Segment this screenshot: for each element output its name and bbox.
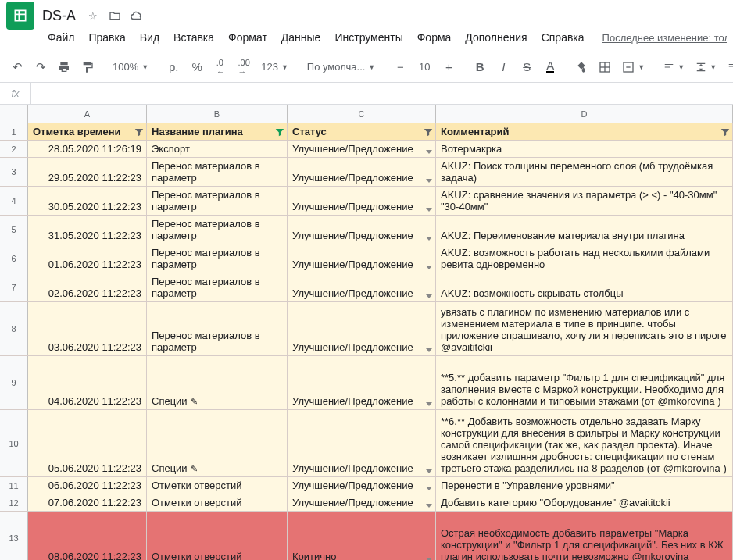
header-cell-timestamp[interactable]: Отметка времени (28, 123, 147, 140)
row-header[interactable]: 9 (0, 356, 28, 409)
cell-comment[interactable]: увязать с плагином по изменению материал… (436, 302, 733, 355)
cell-timestamp[interactable]: 01.06.2020 11:22:23 (28, 244, 147, 273)
row-header[interactable]: 2 (0, 141, 28, 157)
cell-comment[interactable]: **6.** Добавить возможность отдельно зад… (436, 410, 733, 476)
fx-icon[interactable]: fx (0, 83, 31, 104)
column-header-c[interactable]: C (288, 105, 436, 123)
move-to-folder-icon[interactable] (107, 8, 123, 23)
select-all-corner[interactable] (0, 105, 28, 123)
cell-timestamp[interactable]: 30.05.2020 11:22:23 (28, 187, 147, 215)
column-header-d[interactable]: D (436, 105, 733, 123)
cloud-status-icon[interactable] (129, 8, 145, 23)
bold-button[interactable]: B (469, 56, 491, 78)
format-currency-button[interactable]: р. (163, 56, 184, 78)
cell-comment[interactable]: Вотермакрка (436, 141, 733, 157)
star-icon[interactable]: ☆ (85, 8, 101, 23)
cell-timestamp[interactable]: 04.06.2020 11:22:23 (28, 356, 147, 409)
cell-comment[interactable]: Добавить категорию "Оборудование" @avait… (436, 494, 733, 511)
dropdown-arrow-icon[interactable] (426, 266, 432, 269)
cell-status[interactable]: Улучшение/Предложение (288, 141, 436, 157)
cell-status[interactable]: Улучшение/Предложение (288, 187, 436, 215)
increase-decimal-button[interactable]: .00→ (233, 56, 255, 78)
cell-plugin[interactable]: Перенос материалов в параметр (147, 273, 288, 301)
text-wrap-button[interactable]: ▼ (723, 56, 733, 78)
font-family-select[interactable]: По умолча...▼ (302, 56, 380, 78)
menu-help[interactable]: Справка (536, 28, 590, 47)
paint-format-button[interactable] (77, 56, 98, 78)
cell-plugin[interactable]: Отметки отверстий (147, 494, 288, 511)
cell-status[interactable]: Улучшение/Предложение (288, 216, 436, 244)
cell-status[interactable]: Улучшение/Предложение (288, 244, 436, 273)
menu-file[interactable]: Файл (42, 28, 80, 47)
row-header[interactable]: 7 (0, 273, 28, 301)
cell-comment[interactable]: AKUZ: возможность скрывать столбцы (436, 273, 733, 301)
cell-timestamp[interactable]: 29.05.2020 11:22:23 (28, 158, 147, 186)
dropdown-arrow-icon[interactable] (426, 487, 432, 490)
menu-form[interactable]: Форма (412, 28, 457, 47)
cell-status[interactable]: Улучшение/Предложение (288, 273, 436, 301)
cell-status[interactable]: Критично (288, 512, 436, 560)
row-header[interactable]: 1 (0, 123, 28, 140)
vertical-align-button[interactable]: ▼ (691, 56, 721, 78)
dropdown-arrow-icon[interactable] (426, 504, 432, 508)
row-header[interactable]: 3 (0, 158, 28, 186)
cell-status[interactable]: Улучшение/Предложение (288, 410, 436, 476)
format-percent-button[interactable]: % (186, 56, 208, 78)
formula-input[interactable] (31, 83, 733, 104)
print-button[interactable] (53, 56, 75, 78)
cell-timestamp[interactable]: 06.06.2020 11:22:23 (28, 477, 147, 494)
borders-button[interactable] (594, 56, 616, 78)
row-header[interactable]: 11 (0, 477, 28, 494)
font-size-increase-button[interactable]: + (438, 56, 459, 78)
cell-timestamp[interactable]: 03.06.2020 11:22:23 (28, 302, 147, 355)
font-size-decrease-button[interactable]: − (389, 56, 411, 78)
filter-icon[interactable] (134, 127, 145, 137)
redo-button[interactable]: ↷ (30, 56, 52, 78)
filter-icon[interactable] (274, 127, 285, 137)
italic-button[interactable]: I (492, 56, 514, 78)
sheets-app-icon[interactable] (6, 2, 34, 30)
dropdown-arrow-icon[interactable] (426, 150, 432, 154)
column-header-b[interactable]: B (147, 105, 288, 123)
filter-icon[interactable] (423, 127, 434, 137)
menu-addons[interactable]: Дополнения (459, 28, 532, 47)
cell-status[interactable]: Улучшение/Предложение (288, 356, 436, 409)
merge-cells-button[interactable]: ▼ (617, 56, 649, 78)
last-edit-link[interactable]: Последнее изменение: тол (602, 32, 727, 44)
cell-comment[interactable]: AKUZ: сравнение значения из параметра (>… (436, 187, 733, 215)
dropdown-arrow-icon[interactable] (426, 179, 432, 183)
cell-timestamp[interactable]: 02.06.2020 11:22:23 (28, 273, 147, 301)
cell-plugin[interactable]: Отметки отверстий (147, 512, 288, 560)
row-header[interactable]: 5 (0, 216, 28, 244)
row-header[interactable]: 12 (0, 494, 28, 511)
cell-timestamp[interactable]: 31.05.2020 11:22:23 (28, 216, 147, 244)
row-header[interactable]: 8 (0, 302, 28, 355)
menu-edit[interactable]: Правка (83, 28, 131, 47)
cell-timestamp[interactable]: 05.06.2020 11:22:23 (28, 410, 147, 476)
dropdown-arrow-icon[interactable] (426, 469, 432, 473)
cell-comment[interactable]: Перенести в "Управление уровнями" (436, 477, 733, 494)
number-format-select[interactable]: 123▼ (256, 56, 293, 78)
row-header[interactable]: 6 (0, 244, 28, 273)
cell-plugin[interactable]: Перенос материалов в параметр (147, 244, 288, 273)
cell-comment[interactable]: AKUZ: возможность работать над нескольки… (436, 244, 733, 273)
cell-comment[interactable]: AKUZ: Поиск толщины переменного слоя (мб… (436, 158, 733, 186)
strikethrough-button[interactable]: S (516, 56, 538, 78)
cell-timestamp[interactable]: 28.05.2020 11:26:19 (28, 141, 147, 157)
cell-comment[interactable]: Острая необходимость добавить параметры … (436, 512, 733, 560)
cell-plugin[interactable]: Специи (147, 410, 288, 476)
cell-plugin[interactable]: Специи (147, 356, 288, 409)
font-size-input[interactable]: 10 (413, 56, 436, 78)
menu-tools[interactable]: Инструменты (329, 28, 408, 47)
cell-comment[interactable]: AKUZ: Переименование материала внутри пл… (436, 216, 733, 244)
cell-timestamp[interactable]: 08.06.2020 11:22:23 (28, 512, 147, 560)
cell-status[interactable]: Улучшение/Предложение (288, 494, 436, 511)
cell-plugin[interactable]: Перенос материалов в параметр (147, 158, 288, 186)
column-header-a[interactable]: A (28, 105, 147, 123)
cell-plugin[interactable]: Перенос материалов в параметр (147, 302, 288, 355)
cell-plugin[interactable]: Отметки отверстий (147, 477, 288, 494)
row-header[interactable]: 10 (0, 410, 28, 476)
dropdown-arrow-icon[interactable] (426, 237, 432, 241)
header-cell-plugin[interactable]: Название плагина (147, 123, 288, 140)
decrease-decimal-button[interactable]: .0← (209, 56, 231, 78)
